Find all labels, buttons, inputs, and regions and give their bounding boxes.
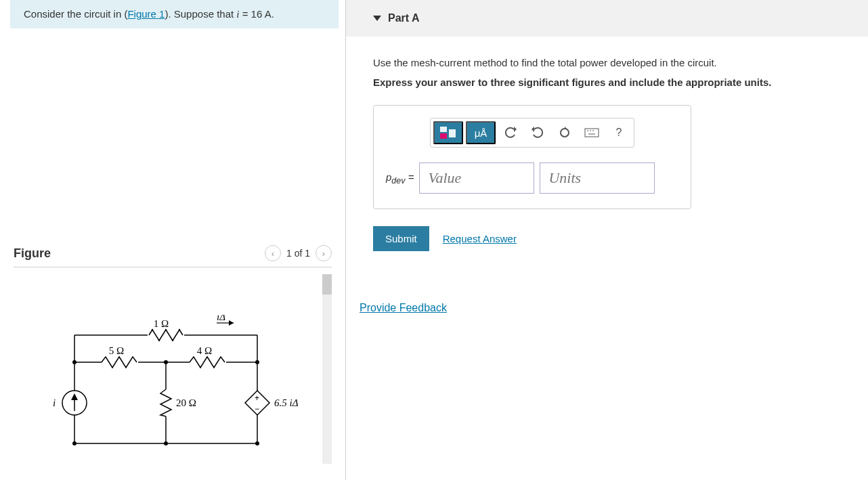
svg-point-25 <box>255 441 259 445</box>
r-left-label: 5 Ω <box>109 345 124 356</box>
r-mid-label: 20 Ω <box>176 397 196 408</box>
question-text: Use the mesh-current method to find the … <box>373 57 841 68</box>
circuit-diagram: 1 Ω iΔ 5 Ω <box>34 315 318 464</box>
units-symbols-button[interactable]: μÅ <box>466 121 496 144</box>
svg-rect-33 <box>585 129 599 137</box>
svg-text:−: − <box>255 404 259 414</box>
reset-button[interactable] <box>552 121 577 144</box>
svg-text:+: + <box>255 393 259 403</box>
svg-point-24 <box>164 441 168 445</box>
svg-marker-5 <box>229 320 234 326</box>
redo-button[interactable] <box>525 121 550 144</box>
answer-box: μÅ ? pdev = <box>373 105 691 209</box>
value-input[interactable] <box>419 162 534 194</box>
svg-rect-26 <box>440 127 447 132</box>
problem-statement: Consider the circuit in (Figure 1). Supp… <box>10 0 339 28</box>
svg-marker-30 <box>531 127 534 132</box>
problem-prefix: Consider the circuit in ( <box>24 8 127 20</box>
figure-prev-button[interactable]: ‹ <box>265 245 281 261</box>
svg-point-31 <box>561 129 569 137</box>
figure-next-button[interactable]: › <box>316 245 332 261</box>
r-right-label: 4 Ω <box>197 345 212 356</box>
figure-scrollbar[interactable] <box>322 274 332 464</box>
help-button[interactable]: ? <box>607 121 631 144</box>
part-header[interactable]: Part A <box>346 0 868 37</box>
answer-toolbar: μÅ ? <box>430 118 634 148</box>
figure-nav-count: 1 of 1 <box>286 248 310 259</box>
undo-icon <box>504 127 517 139</box>
undo-button[interactable] <box>498 121 523 144</box>
problem-suffix: ). Suppose that <box>165 8 236 20</box>
reset-icon <box>559 127 571 139</box>
figure-title: Figure <box>14 246 51 261</box>
keyboard-button[interactable] <box>580 121 604 144</box>
i-delta-top: iΔ <box>217 315 225 322</box>
units-input[interactable] <box>540 162 655 194</box>
answer-label: pdev = <box>386 171 414 186</box>
svg-marker-29 <box>514 127 517 132</box>
svg-point-23 <box>72 441 77 445</box>
svg-rect-28 <box>449 129 456 137</box>
request-answer-link[interactable]: Request Answer <box>443 233 517 244</box>
keyboard-icon <box>584 128 599 137</box>
submit-button[interactable]: Submit <box>373 226 429 251</box>
question-instruction: Express your answer to three significant… <box>373 77 841 88</box>
templates-icon <box>439 125 458 140</box>
provide-feedback-link[interactable]: Provide Feedback <box>360 302 868 314</box>
templates-button[interactable] <box>433 121 463 144</box>
dep-src-label: 6.5 iΔ <box>274 397 299 408</box>
part-title: Part A <box>388 12 420 24</box>
redo-icon <box>531 127 544 139</box>
svg-rect-27 <box>440 133 447 139</box>
r-top-label: 1 Ω <box>154 318 169 329</box>
caret-down-icon <box>373 16 381 21</box>
current-src-label: i <box>53 397 56 408</box>
figure-link[interactable]: Figure 1 <box>127 8 165 20</box>
figure-scroll-thumb[interactable] <box>322 274 332 294</box>
problem-eq: = 16 A. <box>240 8 274 20</box>
